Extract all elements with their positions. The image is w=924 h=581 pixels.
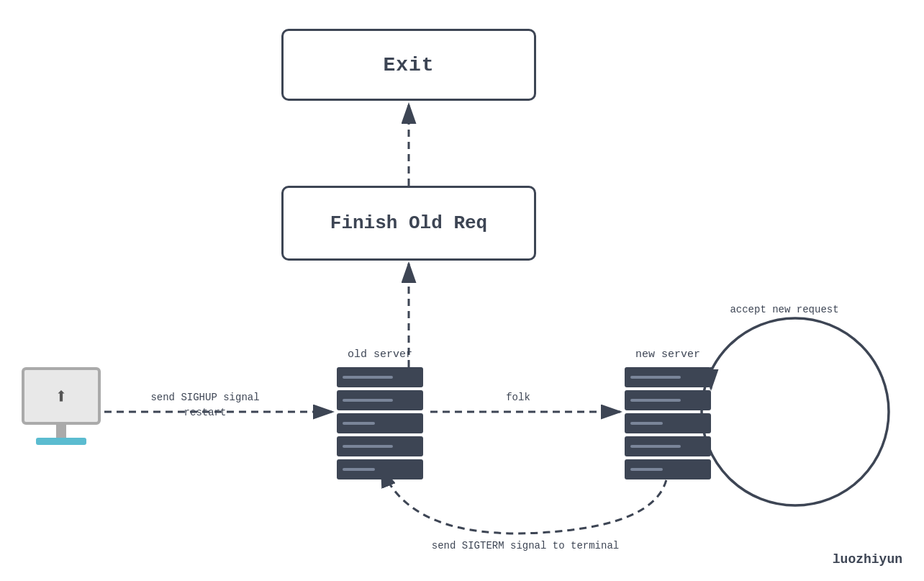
server-line [343,445,393,448]
monitor-base [36,438,86,445]
exit-label: Exit [383,54,434,76]
diagram: Exit Finish Old Req old server [0,0,924,581]
server-block-1 [337,367,423,387]
finish-old-req-box: Finish Old Req [281,186,536,261]
svg-point-5 [702,318,889,505]
server-block-5 [625,459,711,479]
server-block-3 [625,413,711,433]
send-sighup-label: send SIGHUP signal restart [133,390,277,420]
old-server-label: old server [330,348,430,361]
server-block-4 [337,436,423,456]
server-line [343,399,393,402]
server-line [630,376,681,379]
server-line [630,445,681,448]
server-line [343,376,393,379]
server-block-3 [337,413,423,433]
server-line [630,468,663,471]
server-line [630,399,681,402]
cursor-icon: ⬆ [55,383,68,410]
server-block-5 [337,459,423,479]
watermark: luozhiyun [833,552,902,567]
server-block-1 [625,367,711,387]
monitor-neck [56,425,66,438]
monitor-icon: ⬆ [22,367,101,445]
server-block-4 [625,436,711,456]
server-block-2 [337,390,423,410]
new-server-label: new server [617,348,718,361]
server-line [343,468,375,471]
monitor-screen: ⬆ [22,367,101,425]
server-block-2 [625,390,711,410]
server-line [343,422,375,425]
old-server-icon [337,367,423,479]
new-server-icon [625,367,711,479]
exit-box: Exit [281,29,536,101]
send-sigterm-label: send SIGTERM signal to terminal [381,539,669,554]
folk-label: folk [489,390,547,405]
server-line [630,422,663,425]
finish-old-req-label: Finish Old Req [330,212,487,234]
accept-new-request-label: accept new request [698,302,871,317]
